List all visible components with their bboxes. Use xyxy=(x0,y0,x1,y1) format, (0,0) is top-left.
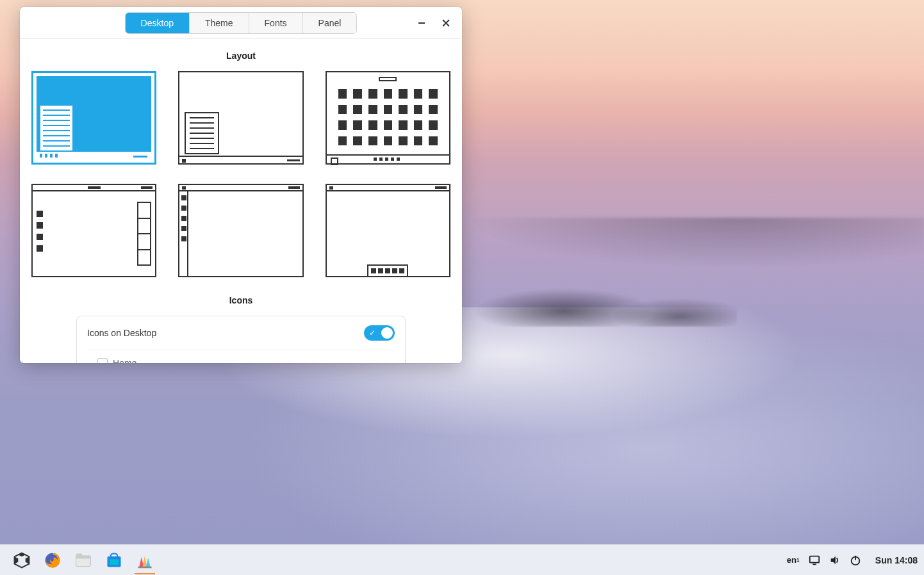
svg-rect-7 xyxy=(76,556,91,558)
window-controls xyxy=(409,7,458,38)
layout-section-title: Layout xyxy=(31,51,450,61)
system-tray: en1 Sun 14:08 xyxy=(787,555,918,566)
input-language-indicator[interactable]: en1 xyxy=(787,555,800,565)
layout-option-3[interactable] xyxy=(326,71,450,165)
layout-option-2[interactable] xyxy=(178,71,303,165)
icons-card: Icons on Desktop ✓ Home xyxy=(76,316,406,363)
start-menu-icon[interactable] xyxy=(6,546,37,574)
icons-on-desktop-toggle[interactable]: ✓ xyxy=(364,325,395,341)
svg-marker-2 xyxy=(18,553,25,556)
wallpaper-trees xyxy=(449,275,737,327)
svg-rect-14 xyxy=(855,555,856,560)
svg-rect-11 xyxy=(810,556,819,562)
tab-theme[interactable]: Theme xyxy=(190,13,249,33)
power-icon[interactable] xyxy=(850,555,861,566)
appearance-settings-icon[interactable] xyxy=(129,546,160,574)
close-button[interactable] xyxy=(434,11,458,35)
files-icon[interactable] xyxy=(68,546,99,574)
clock[interactable]: Sun 14:08 xyxy=(870,555,918,565)
svg-rect-0 xyxy=(418,22,425,24)
tab-desktop[interactable]: Desktop xyxy=(126,13,190,33)
check-icon: ✓ xyxy=(369,328,375,337)
appearance-settings-window: Desktop Theme Fonts Panel Layout xyxy=(20,7,462,363)
layout-grid xyxy=(31,71,450,277)
window-body: Layout xyxy=(20,39,462,363)
tab-fonts[interactable]: Fonts xyxy=(249,13,303,33)
firefox-icon[interactable] xyxy=(37,546,68,574)
taskbar: en1 Sun 14:08 xyxy=(0,544,924,575)
svg-rect-10 xyxy=(138,566,152,568)
home-checkbox-label: Home xyxy=(113,358,136,363)
software-store-icon[interactable] xyxy=(99,546,129,574)
svg-marker-3 xyxy=(15,556,19,563)
layout-option-4[interactable] xyxy=(31,184,156,277)
home-checkbox-row[interactable]: Home xyxy=(87,350,395,363)
svg-rect-12 xyxy=(813,563,816,565)
icons-on-desktop-row: Icons on Desktop ✓ xyxy=(87,325,395,350)
tab-panel[interactable]: Panel xyxy=(303,13,357,33)
home-checkbox[interactable] xyxy=(97,358,108,363)
volume-icon[interactable] xyxy=(829,555,841,566)
layout-option-5[interactable] xyxy=(178,184,303,277)
icons-section-title: Icons xyxy=(31,295,450,305)
svg-marker-4 xyxy=(26,556,29,563)
svg-rect-9 xyxy=(110,559,119,565)
icons-on-desktop-label: Icons on Desktop xyxy=(87,328,156,338)
minimize-button[interactable] xyxy=(409,11,434,35)
tab-switcher: Desktop Theme Fonts Panel xyxy=(125,12,358,34)
titlebar: Desktop Theme Fonts Panel xyxy=(20,7,462,39)
display-icon[interactable] xyxy=(809,555,820,566)
layout-option-6[interactable] xyxy=(326,184,450,277)
layout-option-1[interactable] xyxy=(31,71,156,165)
